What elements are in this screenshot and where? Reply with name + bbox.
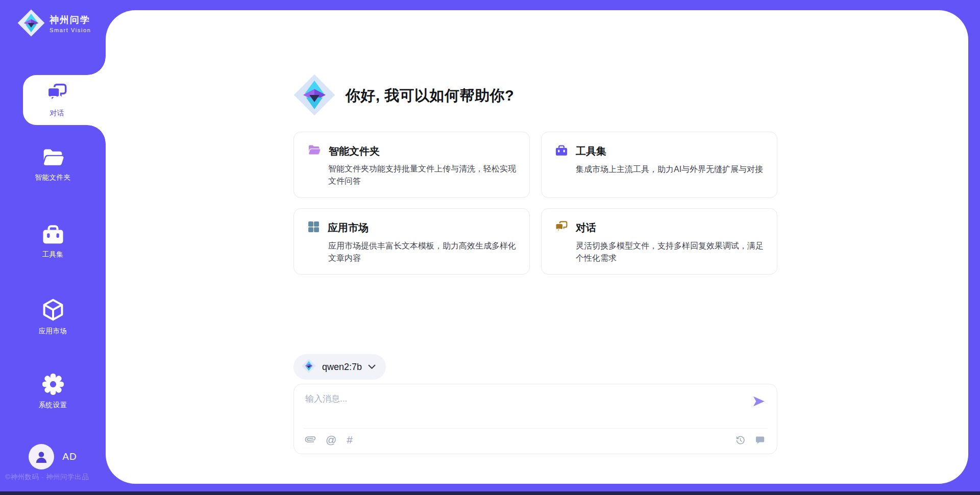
- card-title: 智能文件夹: [329, 144, 380, 158]
- sidebar-item-label: 工具集: [0, 250, 106, 259]
- sidebar-item-smart-folder[interactable]: 智能文件夹: [0, 147, 106, 182]
- greeting: 你好, 我可以如何帮助你?: [293, 74, 514, 118]
- assistant-logo-icon: [293, 74, 335, 118]
- card-title: 对话: [576, 221, 596, 235]
- model-selector[interactable]: qwen2:7b: [293, 354, 386, 380]
- card-chat[interactable]: 对话 灵活切换多模型文件，支持多样回复效果调试，满足个性化需求: [541, 208, 777, 275]
- sidebar-item-app-market[interactable]: 应用市场: [0, 298, 106, 336]
- tab-fillet-bottom: [87, 125, 106, 143]
- app-window: 神州问学 Smart Vision 对话 智能文件: [0, 0, 980, 495]
- card-description: 应用市场提供丰富长文本模板，助力高效生成多样化文章内容: [328, 240, 516, 264]
- brand-name: 神州问学: [50, 15, 91, 26]
- chat-bubbles-icon: [46, 83, 68, 105]
- card-smart-folder[interactable]: 智能文件夹 智能文件夹功能支持批量文件上传与清洗，轻松实现文件问答: [293, 132, 530, 198]
- copyright-footer: ©神州数码 · 神州问学出品: [5, 473, 117, 482]
- greeting-text: 你好, 我可以如何帮助你?: [346, 86, 514, 106]
- feature-cards: 智能文件夹 智能文件夹功能支持批量文件上传与清洗，轻松实现文件问答 工具集 集成…: [293, 132, 777, 275]
- window-bottom-edge: [0, 491, 980, 495]
- sidebar-item-label: 系统设置: [0, 401, 106, 410]
- hashtag-icon[interactable]: #: [347, 434, 353, 445]
- composer-divider: [303, 428, 768, 429]
- folder-icon: [0, 147, 106, 168]
- mention-icon[interactable]: @: [326, 434, 336, 445]
- sidebar-item-settings[interactable]: 系统设置: [0, 373, 106, 410]
- model-name: qwen2:7b: [322, 362, 362, 373]
- send-icon[interactable]: [752, 394, 766, 408]
- user-profile[interactable]: AD: [0, 444, 106, 469]
- attachment-icon[interactable]: [305, 434, 315, 445]
- brand-logo: 神州问学 Smart Vision: [17, 9, 91, 39]
- avatar: [29, 444, 54, 469]
- cube-icon: [0, 298, 106, 322]
- sidebar-item-label: 智能文件夹: [0, 173, 106, 182]
- grid-icon: [307, 220, 320, 235]
- chat-bubbles-icon: [555, 220, 568, 235]
- sidebar-item-chat[interactable]: 对话: [23, 75, 112, 125]
- card-app-market[interactable]: 应用市场 应用市场提供丰富长文本模板，助力高效生成多样化文章内容: [293, 208, 530, 275]
- sidebar-item-toolset[interactable]: 工具集: [0, 223, 106, 259]
- toolbox-icon: [0, 223, 106, 245]
- chevron-down-icon: [368, 364, 376, 369]
- tab-fillet-top: [87, 57, 106, 75]
- brand-diamond-icon: [17, 9, 45, 39]
- model-logo-icon: [302, 359, 316, 375]
- card-toolset[interactable]: 工具集 集成市场上主流工具，助力AI与外界无缝扩展与对接: [541, 132, 777, 198]
- folder-icon: [307, 144, 321, 158]
- chat-bubble-icon[interactable]: [755, 435, 766, 445]
- card-title: 应用市场: [328, 221, 369, 235]
- card-description: 智能文件夹功能支持批量文件上传与清洗，轻松实现文件问答: [328, 163, 516, 187]
- message-input[interactable]: [304, 392, 740, 424]
- gear-icon: [0, 373, 106, 396]
- brand-subtitle: Smart Vision: [50, 27, 91, 34]
- card-description: 灵活切换多模型文件，支持多样回复效果调试，满足个性化需求: [576, 240, 764, 264]
- message-composer: @ #: [293, 384, 777, 454]
- sidebar-item-label: 对话: [50, 109, 64, 118]
- person-icon: [34, 449, 49, 464]
- user-initials: AD: [62, 451, 77, 462]
- toolbox-icon: [555, 144, 568, 159]
- history-icon[interactable]: [735, 435, 746, 445]
- sidebar-item-label: 应用市场: [0, 327, 106, 336]
- card-description: 集成市场上主流工具，助力AI与外界无缝扩展与对接: [576, 163, 764, 176]
- card-title: 工具集: [576, 144, 606, 158]
